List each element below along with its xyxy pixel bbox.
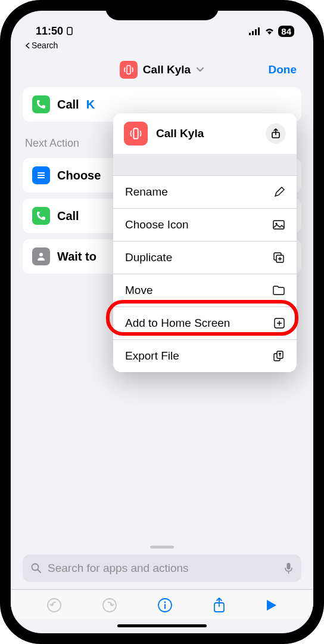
phone-frame: 11:50 84 Search Call Kyla Done [0,0,324,644]
phone-icon [32,95,50,113]
svg-rect-7 [38,175,45,176]
vibrate-phone-icon [129,127,142,140]
undo-button[interactable] [46,597,62,613]
search-icon [31,563,42,574]
menu-rename[interactable]: Rename [113,175,297,208]
redo-button[interactable] [102,597,117,613]
svg-point-22 [103,599,116,612]
header-title-button[interactable]: Call Kyla [120,61,204,79]
svg-rect-25 [164,604,166,609]
notch [105,0,219,20]
menu-label: Choose Icon [125,218,189,231]
grabber-handle[interactable] [150,546,174,549]
svg-point-21 [48,599,61,612]
svg-point-19 [32,564,39,571]
wifi-icon [264,27,275,35]
back-label: Search [32,41,58,50]
done-button[interactable]: Done [269,63,297,76]
popover-header: Call Kyla [113,113,297,154]
orientation-lock-icon [66,26,74,36]
header: Call Kyla Done [11,50,313,87]
suggestion-label: Wait to [57,250,96,264]
phone-icon [32,207,50,225]
home-indicator[interactable] [117,624,207,627]
shortcut-icon [124,122,148,145]
action-verb: Call [57,98,79,112]
add-square-icon [274,318,285,329]
status-time: 11:50 [36,25,63,38]
svg-rect-4 [258,27,260,35]
toolbar [11,589,313,620]
image-icon [273,220,285,230]
svg-rect-6 [38,172,45,174]
suggestion-label: Choose [57,169,101,182]
bottom-area: Search for apps and actions [11,546,313,633]
svg-rect-2 [252,31,254,35]
search-placeholder: Search for apps and actions [48,562,189,575]
popover-title: Call Kyla [156,127,257,140]
menu-move[interactable]: Move [113,274,297,306]
battery-icon: 84 [278,26,294,37]
svg-rect-12 [273,221,284,229]
popover-separator [113,154,297,175]
menu-label: Export File [125,349,179,363]
share-icon [271,128,281,139]
play-button[interactable] [266,599,278,612]
header-title-text: Call Kyla [143,63,191,76]
svg-rect-3 [255,29,257,35]
chevron-left-icon [25,42,30,49]
chevron-down-icon [196,67,204,73]
duplicate-icon [273,252,285,264]
menu-icon [32,166,50,184]
menu-label: Rename [125,185,168,199]
svg-rect-0 [67,27,72,35]
shortcut-options-popover: Call Kyla Rename Choose Icon Duplicate M… [113,113,297,372]
action-param[interactable]: K [86,98,95,112]
menu-add-home-screen[interactable]: Add to Home Screen [113,306,297,339]
search-bar[interactable]: Search for apps and actions [23,555,301,582]
menu-label: Add to Home Screen [125,317,230,330]
menu-choose-icon[interactable]: Choose Icon [113,208,297,241]
folder-icon [273,286,285,295]
menu-label: Move [125,284,152,297]
phone-screen: 11:50 84 Search Call Kyla Done [11,11,313,633]
vibrate-phone-icon [123,64,134,75]
export-icon [273,350,285,362]
svg-rect-5 [127,66,130,74]
person-icon [32,247,50,265]
menu-label: Duplicate [125,251,172,264]
info-button[interactable] [157,597,173,613]
svg-point-13 [275,222,277,224]
menu-export-file[interactable]: Export File [113,339,297,372]
mic-icon[interactable] [284,562,293,574]
svg-rect-1 [249,33,251,35]
svg-rect-10 [133,128,138,138]
cellular-icon [249,27,261,35]
pencil-icon [274,187,285,197]
svg-rect-8 [38,177,45,178]
svg-point-9 [39,253,43,256]
share-button[interactable] [266,123,286,144]
back-button[interactable]: Search [11,41,313,50]
menu-duplicate[interactable]: Duplicate [113,241,297,274]
share-button[interactable] [213,597,226,614]
svg-point-24 [164,602,166,603]
suggestion-label: Call [57,209,79,223]
svg-rect-20 [287,563,291,569]
shortcut-icon [120,61,138,79]
